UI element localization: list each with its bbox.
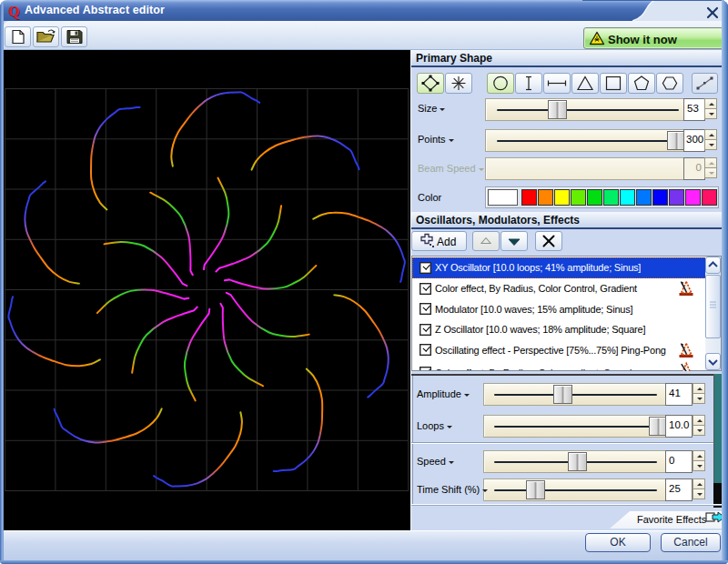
svg-text:Add: Add bbox=[437, 236, 456, 248]
